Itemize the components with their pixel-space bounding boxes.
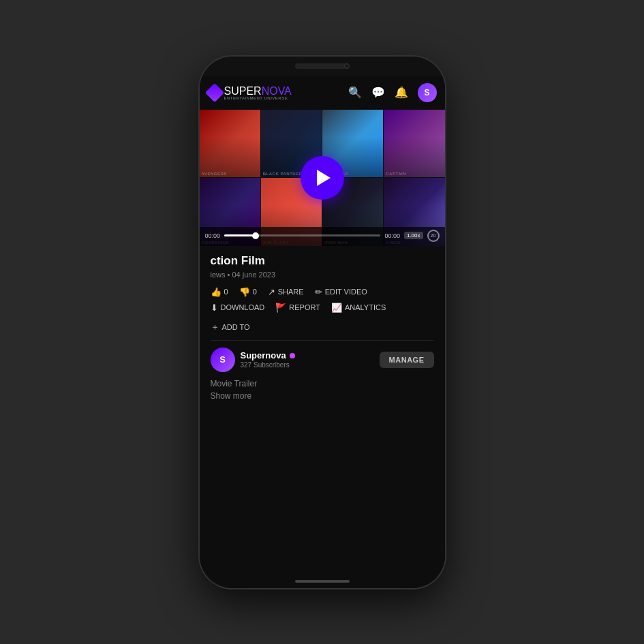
tag-row: Movie Trailer	[211, 379, 434, 388]
channel-avatar[interactable]: S	[211, 348, 235, 372]
time-total: 00:00	[384, 232, 400, 239]
download-label: DOWNLOAD	[221, 303, 265, 311]
edit-icon: ✏	[315, 287, 322, 297]
content-area: ction Film iews • 04 june 2023 👍 0 👎 0 ↗…	[200, 246, 445, 574]
report-button[interactable]: 🚩 REPORT	[275, 303, 320, 313]
action-row-2: ⬇ DOWNLOAD 🚩 REPORT 📈 ANALYTICS	[211, 303, 434, 313]
progress-row: 00:00 00:00 1.00x 20	[205, 230, 440, 242]
channel-name-row: Supernova	[241, 350, 380, 361]
search-icon[interactable]: 🔍	[348, 86, 362, 99]
app-header: SUPERNOVA ENTERTAINMENT UNIVERSE 🔍 💬 🔔 S	[200, 76, 445, 110]
avatar[interactable]: S	[418, 83, 437, 102]
download-button[interactable]: ⬇ DOWNLOAD	[211, 303, 265, 313]
share-button[interactable]: ↗ SHARE	[268, 287, 304, 297]
phone-frame: SUPERNOVA ENTERTAINMENT UNIVERSE 🔍 💬 🔔 S…	[200, 57, 445, 588]
share-icon: ↗	[268, 287, 275, 297]
thumbs-down-icon: 👎	[239, 287, 250, 297]
progress-fill	[224, 234, 256, 236]
manage-button[interactable]: MANAGE	[380, 352, 434, 368]
progress-dot[interactable]	[252, 232, 259, 239]
report-label: REPORT	[289, 303, 320, 311]
logo-tagline: ENTERTAINMENT UNIVERSE	[224, 96, 292, 100]
analytics-icon: 📈	[331, 303, 342, 313]
report-icon: 🚩	[275, 303, 286, 313]
add-to-row: ＋ ADD TO	[211, 321, 434, 333]
edit-label: EDIT VIDEO	[325, 288, 367, 296]
add-to-icon: ＋	[211, 321, 219, 333]
dislike-count: 0	[253, 288, 257, 296]
add-to-button[interactable]: ＋ ADD TO	[211, 321, 250, 333]
skip-circle[interactable]: 20	[427, 230, 440, 242]
channel-row: S Supernova 327 Subscribers MANAGE	[211, 348, 434, 372]
thumbnail-4: CAPTAIN	[384, 110, 444, 178]
action-row-1: 👍 0 👎 0 ↗ SHARE ✏ EDIT VIDEO	[211, 287, 434, 297]
analytics-button[interactable]: 📈 ANALYTICS	[331, 303, 386, 313]
like-button[interactable]: 👍 0	[211, 287, 228, 297]
logo-text: SUPERNOVA ENTERTAINMENT UNIVERSE	[224, 85, 292, 100]
logo-super: SUPER	[224, 85, 262, 97]
logo-icon	[204, 82, 224, 102]
channel-info: Supernova 327 Subscribers	[241, 350, 380, 369]
speed-badge[interactable]: 1.00x	[404, 232, 423, 239]
download-icon: ⬇	[211, 303, 218, 313]
header-icons: 🔍 💬 🔔 S	[348, 83, 437, 102]
analytics-label: ANALYTICS	[345, 303, 386, 311]
progress-bar-area: 00:00 00:00 1.00x 20	[200, 227, 445, 246]
thumbs-up-icon: 👍	[211, 287, 221, 297]
home-indicator	[295, 580, 350, 583]
channel-name: Supernova	[241, 350, 286, 361]
show-more-button[interactable]: Show more	[211, 391, 434, 401]
time-current: 00:00	[205, 232, 221, 239]
bell-icon[interactable]: 🔔	[395, 86, 408, 99]
edit-video-button[interactable]: ✏ EDIT VIDEO	[315, 287, 367, 297]
video-title: ction Film	[211, 254, 434, 268]
phone-screen: SUPERNOVA ENTERTAINMENT UNIVERSE 🔍 💬 🔔 S…	[200, 76, 445, 588]
chat-icon[interactable]: 💬	[371, 86, 385, 99]
play-triangle-icon	[317, 170, 331, 186]
add-to-label: ADD TO	[222, 323, 250, 331]
divider	[211, 340, 434, 341]
like-count: 0	[224, 288, 228, 296]
tag-movie-trailer: Movie Trailer	[211, 379, 258, 388]
channel-subscribers: 327 Subscribers	[241, 361, 380, 369]
play-button[interactable]	[301, 156, 344, 200]
progress-track[interactable]	[224, 234, 380, 236]
logo-nova: NOVA	[262, 85, 292, 97]
video-meta: iews • 04 june 2023	[211, 271, 434, 279]
online-dot	[290, 353, 295, 358]
share-label: SHARE	[278, 288, 304, 296]
logo-area: SUPERNOVA ENTERTAINMENT UNIVERSE	[208, 85, 348, 100]
phone-bottom-bar	[200, 574, 445, 588]
dislike-button[interactable]: 👎 0	[239, 287, 257, 297]
video-container: AVENGERS BLACK PANTHER CIVIL WAR CAPTAIN…	[200, 110, 445, 246]
thumbnail-1: AVENGERS	[200, 110, 260, 178]
phone-notch	[200, 57, 445, 76]
